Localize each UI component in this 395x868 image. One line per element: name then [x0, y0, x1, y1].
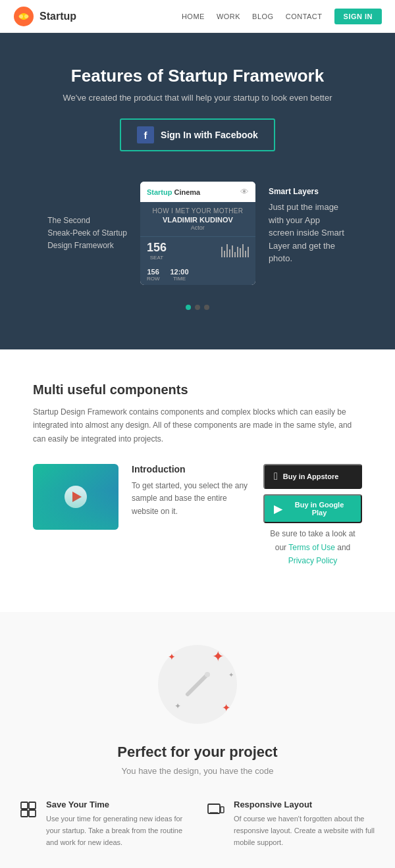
- card-footer-stats: 156 ROW 12:00 TIME: [140, 265, 255, 285]
- nav-work[interactable]: WORK: [217, 13, 240, 20]
- svg-rect-9: [208, 804, 220, 813]
- logo-text: Startup: [40, 11, 76, 22]
- nav-signin-button[interactable]: SIGN IN: [334, 9, 382, 24]
- perfect-section: ✦ ✦ ✦ ✦ ✦ Perfect for your project You h…: [0, 612, 395, 868]
- wand-icon: [181, 668, 214, 701]
- card-stats: 156 SEAT: [140, 236, 255, 265]
- hero-title: Features of Startup Framework: [13, 66, 382, 86]
- responsive-title: Responsive Layout: [234, 800, 375, 809]
- dot-3[interactable]: [204, 305, 209, 310]
- components-section: Multi useful components Startup Design F…: [0, 349, 395, 612]
- dot-2[interactable]: [195, 305, 200, 310]
- android-icon: ▶: [274, 503, 282, 515]
- intro-text: Introduction To get started, you select …: [132, 464, 250, 518]
- fb-btn-label: Sign In with Facebook: [161, 130, 258, 140]
- googleplay-label: Buy in Google Play: [287, 501, 352, 517]
- appstore-label: Buy in Appstore: [283, 472, 339, 480]
- carousel-left-text: The SecondSneak-Peek of StartupDesign Fr…: [47, 215, 127, 253]
- card-brand-colored: Startup: [147, 188, 172, 196]
- features-grid: Save Your Time Use your time for generat…: [20, 800, 375, 868]
- svg-rect-7: [21, 810, 28, 817]
- components-description: Startup Design Framework contains compon…: [33, 405, 362, 446]
- svg-rect-10: [221, 807, 224, 813]
- smart-layers-title: Smart Layers: [269, 186, 348, 197]
- intro-thumbnail[interactable]: [33, 464, 118, 530]
- apple-icon: : [274, 471, 278, 482]
- terms-and: and: [337, 543, 350, 552]
- nav-blog[interactable]: BLOG: [252, 13, 274, 20]
- app-buttons:  Buy in Appstore ▶ Buy in Google Play: [263, 464, 362, 523]
- terms-note: Be sure to take a look at our Terms of U…: [263, 527, 362, 567]
- show-name: VLADIMIR KUDINOV: [147, 216, 249, 224]
- svg-rect-8: [29, 810, 36, 817]
- stat-label: SEAT: [147, 255, 167, 261]
- sparkle-5: ✦: [228, 671, 234, 678]
- intro-row: Introduction To get started, you select …: [33, 464, 362, 586]
- sparkle-3: ✦: [222, 702, 230, 714]
- feature-responsive: Responsive Layout Of course we haven't f…: [207, 800, 375, 848]
- svg-line-3: [188, 675, 207, 694]
- header: Startup HOME WORK BLOG CONTACT SIGN IN: [0, 0, 395, 33]
- carousel: The SecondSneak-Peek of StartupDesign Fr…: [13, 175, 382, 305]
- save-time-desc: Use your time for generating new ideas f…: [46, 813, 188, 848]
- terms-link2[interactable]: Privacy Policy: [288, 556, 338, 565]
- show-title: HOW I MET YOUR MOTHER: [147, 207, 249, 215]
- intro-title: Introduction: [132, 464, 250, 474]
- logo[interactable]: Startup: [13, 6, 76, 27]
- appstore-button[interactable]:  Buy in Appstore: [263, 464, 362, 489]
- svg-rect-5: [21, 802, 28, 809]
- smart-layers-desc: Just put the image with your App screen …: [269, 201, 348, 265]
- svg-rect-6: [29, 802, 36, 809]
- show-sub: Actor: [147, 224, 249, 231]
- carousel-card: Startup Cinema 👁 HOW I MET YOUR MOTHER V…: [140, 182, 255, 285]
- row-val: 156: [147, 268, 160, 276]
- time-label: TIME: [170, 276, 188, 282]
- responsive-content: Responsive Layout Of course we haven't f…: [234, 800, 375, 848]
- nav-home[interactable]: HOME: [182, 13, 205, 20]
- nav-contact[interactable]: CONTACT: [286, 13, 323, 20]
- magic-graphic: ✦ ✦ ✦ ✦ ✦: [20, 645, 375, 724]
- perfect-title: Perfect for your project: [20, 744, 375, 761]
- app-buttons-wrap:  Buy in Appstore ▶ Buy in Google Play B…: [263, 464, 362, 586]
- carousel-dots: [13, 305, 382, 323]
- eye-icon: 👁: [240, 187, 249, 197]
- hero-section: Features of Startup Framework We've crea…: [0, 33, 395, 349]
- svg-point-1: [19, 14, 23, 18]
- responsive-desc: Of course we haven't forgotten about the…: [234, 813, 375, 848]
- sparkle-4: ✦: [174, 702, 181, 711]
- feature-save-time: Save Your Time Use your time for generat…: [20, 800, 188, 848]
- logo-icon: [13, 6, 34, 27]
- save-time-icon: [20, 801, 37, 848]
- magic-circle: ✦ ✦ ✦ ✦ ✦: [158, 645, 237, 724]
- hero-subtitle: We've created the product that will help…: [13, 93, 382, 103]
- save-time-title: Save Your Time: [46, 800, 188, 809]
- save-time-content: Save Your Time Use your time for generat…: [46, 800, 188, 848]
- time-val: 12:00: [170, 268, 188, 276]
- terms-link1[interactable]: Terms of Use: [288, 543, 335, 552]
- googleplay-button[interactable]: ▶ Buy in Google Play: [263, 494, 362, 523]
- sparkle-1: ✦: [168, 651, 176, 662]
- svg-point-4: [205, 672, 210, 677]
- svg-point-2: [24, 14, 28, 18]
- sparkle-2: ✦: [212, 648, 224, 665]
- dot-1[interactable]: [186, 305, 191, 310]
- card-body: HOW I MET YOUR MOTHER VLADIMIR KUDINOV A…: [140, 202, 255, 236]
- facebook-icon: f: [137, 126, 154, 143]
- perfect-subtitle: You have the design, you have the code: [20, 766, 375, 776]
- carousel-right-text: Smart Layers Just put the image with you…: [269, 186, 348, 281]
- intro-desc: To get started, you select the any sampl…: [132, 480, 250, 518]
- components-title: Multi useful components: [33, 382, 362, 397]
- card-header: Startup Cinema 👁: [140, 182, 255, 202]
- stat-number: 156: [147, 241, 167, 255]
- barcode: [221, 244, 249, 257]
- facebook-signin-button[interactable]: f Sign In with Facebook: [120, 118, 275, 151]
- row-label: ROW: [147, 276, 160, 282]
- card-brand: Startup Cinema: [147, 188, 200, 196]
- main-nav: HOME WORK BLOG CONTACT SIGN IN: [182, 9, 382, 24]
- responsive-icon: [207, 801, 224, 848]
